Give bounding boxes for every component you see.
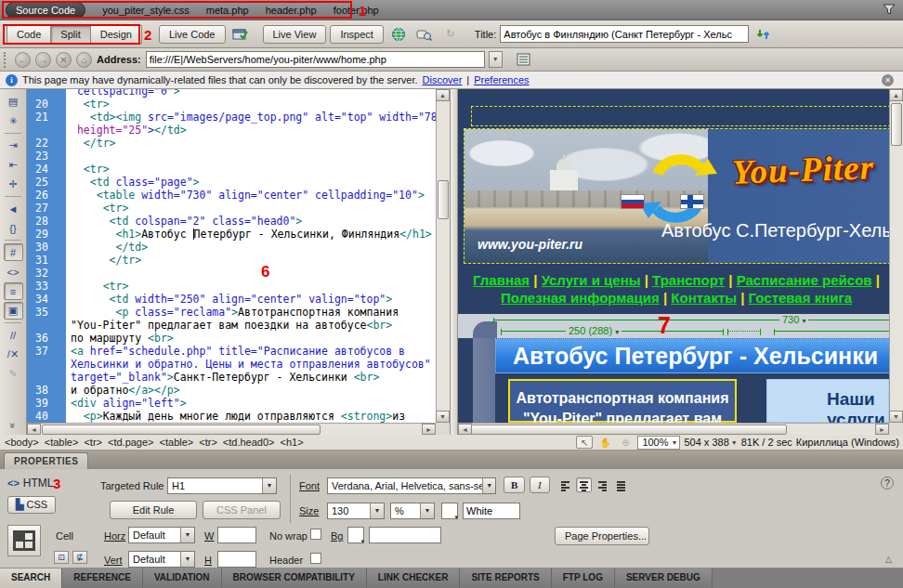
code-line[interactable]: 20 <tr>: [27, 98, 436, 111]
line-numbers-icon[interactable]: #: [4, 243, 23, 261]
bg-color-swatch[interactable]: [347, 527, 364, 543]
horz-combo[interactable]: Default▼: [128, 527, 195, 543]
home-icon[interactable]: ⌂: [76, 52, 92, 68]
code-view-button[interactable]: Code: [7, 25, 51, 44]
discover-link[interactable]: Discover: [423, 74, 463, 85]
file-management-icon[interactable]: [752, 25, 775, 44]
code-line[interactable]: 31 </tr>: [27, 254, 436, 267]
site-banner[interactable]: You-Piter Автобус С.Петербург-Хельсинки …: [464, 128, 889, 264]
nav-link[interactable]: Полезная информация: [501, 290, 660, 306]
align-right-icon[interactable]: [595, 477, 610, 492]
tag-selector-item[interactable]: <td.head0>: [223, 437, 275, 448]
preview-in-browser-globe-icon[interactable]: [387, 25, 410, 44]
validate-markup-icon[interactable]: [413, 25, 436, 44]
zoom-tool-icon[interactable]: ⊕: [617, 436, 634, 449]
code-line[interactable]: 40 <p>Каждый день многие люди отправляют…: [27, 410, 436, 423]
code-line[interactable]: 27 <tr>: [27, 202, 436, 215]
code-line[interactable]: Хельсинки и обратно. Цены и места отправ…: [27, 358, 436, 371]
code-line[interactable]: target="_blank">Санкт-Петербург - Хельси…: [27, 371, 436, 384]
magnification-combo[interactable]: 100%▼: [637, 436, 680, 450]
code-lines[interactable]: cellspacing="0">20 <tr>21 <td><img src="…: [27, 89, 436, 423]
align-center-icon[interactable]: [576, 477, 592, 492]
code-line[interactable]: 23: [27, 150, 436, 163]
code-horizontal-scrollbar[interactable]: ◄ ►: [27, 423, 436, 435]
nav-link[interactable]: Гостевая книга: [749, 290, 852, 306]
align-left-icon[interactable]: [557, 477, 573, 492]
scroll-left-icon[interactable]: ◄: [27, 424, 41, 435]
code-line[interactable]: 26 <table width="730" align="center" cel…: [27, 189, 436, 202]
align-justify-icon[interactable]: [613, 477, 629, 492]
design-horizontal-scrollbar[interactable]: ◄ ►: [458, 423, 889, 435]
preferences-link[interactable]: Preferences: [474, 74, 529, 85]
table-width-label-730[interactable]: 730 ▾: [779, 314, 808, 325]
column-width-label-250[interactable]: 250 (288) ▾: [566, 325, 622, 336]
table-width-line-730[interactable]: 730 ▾: [493, 320, 889, 320]
edit-rule-button[interactable]: Edit Rule: [110, 501, 197, 519]
scroll-right-icon[interactable]: ►: [875, 424, 889, 435]
unit-combo[interactable]: %▼: [390, 503, 435, 519]
refresh-design-view-icon[interactable]: ↻: [439, 25, 462, 44]
bg-color-input[interactable]: [369, 527, 441, 543]
live-view-button[interactable]: Live View: [263, 25, 327, 44]
code-line[interactable]: 37<a href="schedule.php" title="Расписан…: [27, 345, 436, 358]
scroll-up-icon[interactable]: ▲: [889, 89, 903, 101]
design-hscroll-thumb[interactable]: [471, 425, 787, 435]
scroll-down-icon[interactable]: ▼: [889, 411, 903, 423]
related-file-tab[interactable]: you_piter_style.css: [102, 5, 190, 16]
results-tab-browser-compatibility[interactable]: BROWSER COMPATIBILITY: [222, 568, 367, 588]
code-navigator-icon[interactable]: ▣: [4, 302, 23, 320]
panel-collapse-icon[interactable]: △: [885, 555, 892, 564]
filter-funnel-icon[interactable]: [883, 4, 896, 17]
code-line[interactable]: 32: [27, 267, 436, 280]
stop-icon[interactable]: ✕: [56, 52, 72, 68]
vert-combo[interactable]: Default▼: [128, 551, 195, 568]
results-tab-validation[interactable]: VALIDATION: [143, 568, 222, 588]
css-mode-button[interactable]: ▙ CSS: [7, 496, 56, 514]
scroll-right-icon[interactable]: ►: [422, 424, 436, 435]
code-line[interactable]: 24 <tr>: [27, 163, 436, 176]
window-size-combo[interactable]: 504 x 388▼: [684, 437, 737, 448]
code-vertical-scrollbar[interactable]: ▲ ▼: [436, 89, 450, 423]
code-line[interactable]: 34 <td width="250" align="center" valign…: [27, 293, 436, 306]
forward-icon[interactable]: →: [35, 52, 51, 68]
results-tab-search[interactable]: SEARCH: [0, 568, 62, 588]
html-mode-button[interactable]: <> HTML: [7, 477, 56, 490]
nav-link[interactable]: Транспорт: [652, 272, 725, 288]
address-input[interactable]: [146, 51, 485, 68]
page-properties-button[interactable]: Page Properties...: [555, 527, 649, 545]
related-file-tab[interactable]: footer.php: [334, 5, 379, 16]
code-line[interactable]: "You-Piter" предлагает вам поездки на ав…: [27, 319, 436, 332]
color-name-input[interactable]: [463, 503, 520, 519]
check-browser-compatibility-icon[interactable]: [229, 25, 252, 44]
tag-selector-item[interactable]: <tr>: [84, 437, 102, 448]
code-line[interactable]: 35 <p class="reclama">Автотранспортная к…: [27, 306, 436, 319]
results-tab-reference[interactable]: REFERENCE: [62, 568, 143, 588]
merge-cells-icon[interactable]: ⊡: [54, 551, 69, 564]
split-cell-icon[interactable]: ⋢: [72, 551, 87, 564]
code-line[interactable]: 21 <td><img src="images/page_top.png" al…: [27, 111, 436, 124]
results-tab-site-reports[interactable]: SITE REPORTS: [460, 568, 551, 588]
results-tab-server-debug[interactable]: SERVER DEBUG: [615, 568, 713, 588]
inspect-button[interactable]: Inspect: [330, 25, 383, 44]
page-heading-h1[interactable]: Автобус Петербург - Хельсинки: [495, 338, 889, 373]
page-top-image-row[interactable]: [471, 106, 889, 126]
bold-button[interactable]: B: [504, 477, 525, 493]
targeted-rule-combo[interactable]: H1▼: [167, 477, 277, 494]
related-file-tab[interactable]: meta.php: [206, 5, 249, 16]
scroll-down-icon[interactable]: ▼: [436, 411, 450, 423]
list-options-icon[interactable]: [513, 50, 535, 69]
properties-tab[interactable]: PROPERTIES: [4, 452, 88, 469]
code-view[interactable]: cellspacing="0">20 <tr>21 <td><img src="…: [27, 89, 451, 435]
expand-all-icon[interactable]: ✛: [4, 176, 23, 193]
results-tab-ftp-log[interactable]: FTP LOG: [552, 568, 615, 588]
code-line[interactable]: 30 </td>: [27, 241, 436, 254]
help-icon[interactable]: ?: [881, 477, 894, 490]
font-combo[interactable]: Verdana, Arial, Helvetica, sans-serif▼: [327, 477, 496, 494]
tag-selector-item[interactable]: <td.page>: [108, 437, 154, 448]
collapse-full-tag-icon[interactable]: ⇥: [4, 137, 23, 154]
wrap-tag-icon[interactable]: ✎: [4, 365, 23, 383]
balance-braces-icon[interactable]: {}: [4, 219, 23, 237]
live-code-button[interactable]: Live Code: [159, 25, 226, 44]
scroll-up-icon[interactable]: ▲: [436, 89, 450, 101]
scroll-more-icon[interactable]: »: [7, 423, 19, 428]
